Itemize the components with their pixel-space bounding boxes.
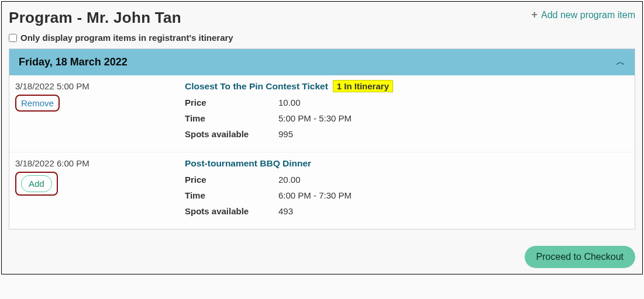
only-itinerary-label[interactable]: Only display program items in registrant… — [20, 33, 233, 43]
spots-label: Spots available — [185, 129, 278, 139]
add-new-label: Add new program item — [541, 10, 635, 20]
detail-row-price: Price 20.00 — [185, 175, 629, 185]
day-header[interactable]: Friday, 18 March 2022 ︿ — [9, 49, 635, 75]
proceed-to-checkout-button[interactable]: Proceed to Checkout — [525, 246, 635, 268]
spots-value: 995 — [278, 129, 293, 139]
itinerary-badge: 1 In Itinerary — [333, 80, 393, 92]
time-label: Time — [185, 113, 278, 123]
item-right: Closest To the Pin Contest Ticket 1 In I… — [185, 81, 629, 145]
filter-row: Only display program items in registrant… — [9, 33, 635, 43]
action-highlight: Add — [15, 172, 58, 196]
detail-grid: Price 10.00 Time 5:00 PM - 5:30 PM Spots… — [185, 98, 629, 139]
spots-value: 493 — [278, 206, 293, 216]
detail-row-time: Time 6:00 PM - 7:30 PM — [185, 190, 629, 200]
detail-grid: Price 20.00 Time 6:00 PM - 7:30 PM Spots… — [185, 175, 629, 216]
time-label: Time — [185, 190, 278, 200]
footer: Proceed to Checkout — [9, 246, 635, 268]
remove-button[interactable]: Remove — [21, 98, 54, 108]
time-value: 6:00 PM - 7:30 PM — [278, 190, 352, 200]
program-item: 3/18/2022 5:00 PM Remove Closest To the … — [9, 75, 635, 152]
page-title: Program - Mr. John Tan — [9, 9, 181, 27]
detail-row-price: Price 10.00 — [185, 98, 629, 107]
detail-row-spots: Spots available 493 — [185, 206, 629, 216]
day-panel: Friday, 18 March 2022 ︿ 3/18/2022 5:00 P… — [9, 48, 635, 230]
program-panel: Program - Mr. John Tan + Add new program… — [1, 1, 643, 274]
action-highlight: Remove — [15, 95, 60, 112]
day-title: Friday, 18 March 2022 — [19, 56, 128, 68]
detail-row-time: Time 5:00 PM - 5:30 PM — [185, 113, 629, 123]
plus-icon: + — [532, 9, 538, 21]
price-value: 20.00 — [278, 175, 301, 185]
item-right: Post-tournament BBQ Dinner Price 20.00 T… — [185, 158, 629, 222]
item-datetime: 3/18/2022 6:00 PM — [15, 158, 179, 168]
price-label: Price — [185, 175, 278, 185]
add-new-program-item[interactable]: + Add new program item — [532, 9, 635, 21]
only-itinerary-checkbox[interactable] — [9, 34, 17, 42]
price-label: Price — [185, 98, 278, 107]
chevron-up-icon: ︿ — [616, 56, 625, 68]
item-title[interactable]: Post-tournament BBQ Dinner — [185, 158, 311, 168]
program-item: 3/18/2022 6:00 PM Add Post-tournament BB… — [9, 152, 635, 229]
header-row: Program - Mr. John Tan + Add new program… — [9, 9, 635, 27]
price-value: 10.00 — [278, 98, 301, 107]
item-left: 3/18/2022 5:00 PM Remove — [15, 81, 185, 145]
spots-label: Spots available — [185, 206, 278, 216]
add-button[interactable]: Add — [21, 175, 52, 192]
time-value: 5:00 PM - 5:30 PM — [278, 113, 352, 123]
item-title[interactable]: Closest To the Pin Contest Ticket — [185, 81, 328, 91]
detail-row-spots: Spots available 995 — [185, 129, 629, 139]
item-left: 3/18/2022 6:00 PM Add — [15, 158, 185, 222]
item-datetime: 3/18/2022 5:00 PM — [15, 81, 179, 91]
